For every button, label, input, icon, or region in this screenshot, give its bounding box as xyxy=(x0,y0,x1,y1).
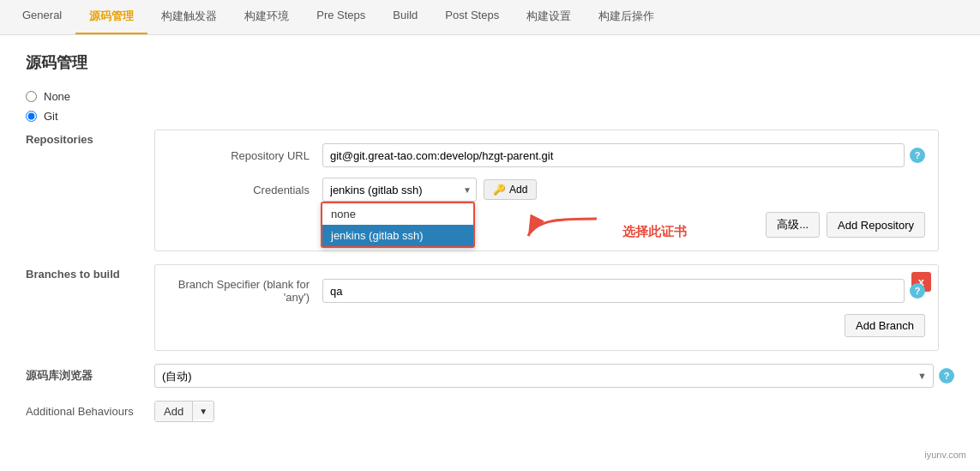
tab-post-steps[interactable]: Post Steps xyxy=(431,0,513,34)
additional-behaviours-row: Additional Behaviours Add ▼ xyxy=(26,401,954,422)
repo-url-input[interactable] xyxy=(322,143,905,167)
radio-none-option[interactable]: None xyxy=(26,90,954,103)
browser-help-icon[interactable]: ? xyxy=(939,368,954,383)
tab-pre-steps[interactable]: Pre Steps xyxy=(303,0,379,34)
tab-general[interactable]: General xyxy=(9,0,75,34)
dropdown-jenkins-item[interactable]: jenkins (gitlab ssh) xyxy=(322,225,473,246)
page-title: 源码管理 xyxy=(26,52,954,73)
repo-url-label: Repository URL xyxy=(168,149,322,162)
credentials-row: Credentials jenkins (gitlab ssh) ▼ 🔑 Add xyxy=(168,178,925,202)
key-icon: 🔑 xyxy=(493,184,506,196)
add-branch-button[interactable]: Add Branch xyxy=(845,314,925,337)
additional-behaviours-label: Additional Behaviours xyxy=(26,405,154,418)
browser-select-wrapper: (自动) ▼ xyxy=(154,364,934,388)
git-label: Git xyxy=(44,110,58,123)
tab-build-triggers[interactable]: 构建触发器 xyxy=(147,0,231,34)
credentials-dropdown: none jenkins (gitlab ssh) xyxy=(321,202,475,248)
main-container: General 源码管理 构建触发器 构建环境 Pre Steps Build … xyxy=(0,0,980,471)
branch-specifier-input[interactable] xyxy=(322,279,905,303)
tab-source-management[interactable]: 源码管理 xyxy=(75,0,147,34)
tab-bar: General 源码管理 构建触发器 构建环境 Pre Steps Build … xyxy=(0,0,980,35)
tab-build[interactable]: Build xyxy=(379,0,431,34)
git-radio[interactable] xyxy=(26,111,37,122)
browser-select[interactable]: (自动) xyxy=(154,364,934,388)
repositories-content: Repository URL ? Credentials jenkins (gi… xyxy=(154,130,939,251)
add-credential-button[interactable]: 🔑 Add xyxy=(484,179,537,200)
credentials-area: Credentials jenkins (gitlab ssh) ▼ 🔑 Add xyxy=(168,178,925,202)
credentials-select-wrapper: jenkins (gitlab ssh) ▼ xyxy=(322,178,477,202)
tab-post-build[interactable]: 构建后操作 xyxy=(585,0,668,34)
content-area: 源码管理 None Git Repositories Repository UR… xyxy=(0,35,980,439)
additional-add-caret-icon[interactable]: ▼ xyxy=(193,403,213,420)
radio-git-option[interactable]: Git xyxy=(26,110,954,123)
repo-url-help-icon[interactable]: ? xyxy=(910,148,925,163)
credentials-select[interactable]: jenkins (gitlab ssh) xyxy=(322,178,477,202)
watermark: iyunv.com xyxy=(919,447,971,462)
repositories-group: Repositories Repository URL ? Credential… xyxy=(26,130,954,251)
repositories-label: Repositories xyxy=(26,130,154,146)
none-radio[interactable] xyxy=(26,91,37,102)
add-repository-button[interactable]: Add Repository xyxy=(827,212,925,238)
branch-specifier-label: Branch Specifier (blank for 'any') xyxy=(168,278,322,304)
branch-help-icon[interactable]: ? xyxy=(910,283,925,299)
additional-add-label[interactable]: Add xyxy=(155,402,193,421)
browser-label: 源码库浏览器 xyxy=(26,368,154,383)
branch-specifier-row: Branch Specifier (blank for 'any') ? xyxy=(168,278,925,304)
additional-add-button[interactable]: Add ▼ xyxy=(154,401,214,422)
none-label: None xyxy=(44,90,70,103)
branches-label: Branches to build xyxy=(26,264,154,281)
tab-build-settings[interactable]: 构建设置 xyxy=(513,0,585,34)
branches-group: Branches to build x Branch Specifier (bl… xyxy=(26,264,954,351)
dropdown-none-item[interactable]: none xyxy=(322,203,473,225)
repo-url-row: Repository URL ? xyxy=(168,143,925,167)
branch-buttons-row: Add Branch xyxy=(168,314,925,337)
advanced-button[interactable]: 高级... xyxy=(766,212,820,238)
browser-row: 源码库浏览器 (自动) ▼ ? xyxy=(26,364,954,388)
branches-content: x Branch Specifier (blank for 'any') ? A… xyxy=(154,264,939,351)
credentials-label: Credentials xyxy=(168,184,322,196)
repo-buttons-row: 高级... Add Repository xyxy=(168,212,925,238)
tab-build-env[interactable]: 构建环境 xyxy=(231,0,303,34)
